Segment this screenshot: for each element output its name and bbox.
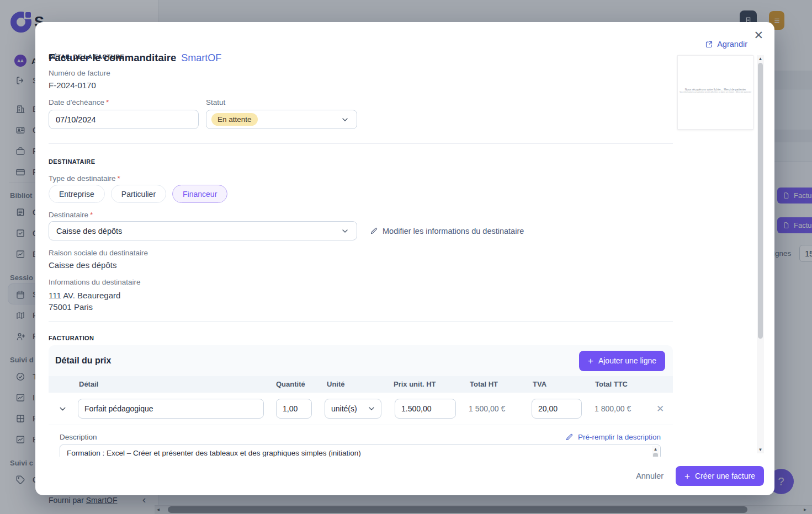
delete-line-icon[interactable]: ✕ <box>656 403 664 415</box>
enlarge-link[interactable]: Agrandir <box>705 40 747 49</box>
pill-entreprise[interactable]: Entreprise <box>49 185 105 203</box>
textarea-scrollbar[interactable]: ▲ <box>652 446 659 457</box>
recipient-type-label: Type de destinataire <box>49 174 116 183</box>
required-mark: * <box>90 211 93 219</box>
invoice-preview-thumbnail[interactable]: Nous récupérons votre fichier... Merci d… <box>677 55 753 130</box>
invoice-number-label: Numéro de facture <box>49 68 673 78</box>
plus-icon: + <box>588 356 593 366</box>
line-tva-input[interactable] <box>532 399 582 419</box>
col-total-ttc: Total TTC <box>595 380 628 388</box>
recipient-type-group: Entreprise Particulier Financeur <box>49 185 673 203</box>
invoice-number-value: F-2024-0170 <box>49 80 673 90</box>
address-line-1: 111 AV. Beauregard <box>49 290 673 301</box>
due-date-input[interactable] <box>49 110 199 129</box>
status-badge: En attente <box>211 113 258 126</box>
col-tva: TVA <box>533 380 546 388</box>
line-unit-price-input[interactable] <box>395 399 456 419</box>
section-divider <box>49 321 673 322</box>
add-line-button[interactable]: + Ajouter une ligne <box>579 351 665 371</box>
plus-icon: + <box>684 472 690 481</box>
edit-recipient-link[interactable]: Modifier les informations du destinatair… <box>370 227 524 235</box>
scroll-up-arrow[interactable]: ▲ <box>757 56 764 61</box>
due-date-label: Date d'échéance <box>49 98 104 106</box>
table-row: unité(s) 1 500,00 € 1 800,00 € ✕ <box>49 393 673 425</box>
expand-icon <box>705 40 713 49</box>
status-label: Statut <box>206 98 357 107</box>
address-line-2: 75001 Paris <box>49 301 673 313</box>
modal-vertical-scrollbar[interactable]: ▲ ▼ <box>757 55 764 453</box>
scroll-up-arrow[interactable]: ▲ <box>652 447 659 452</box>
status-field: Statut En attente <box>206 98 357 129</box>
line-quantity-input[interactable] <box>276 399 312 419</box>
required-mark: * <box>118 174 120 183</box>
chevron-down-icon <box>341 227 349 235</box>
line-total-ht: 1 500,00 € <box>469 404 505 413</box>
col-unite: Unité <box>327 380 345 388</box>
recipient-select[interactable]: Caisse des dépôts <box>49 221 357 240</box>
line-unit-select[interactable]: unité(s) <box>325 399 381 419</box>
col-total-ht: Total HT <box>470 380 498 388</box>
line-detail-input[interactable] <box>78 399 264 419</box>
due-date-field: Date d'échéance* <box>49 98 199 129</box>
status-select[interactable]: En attente <box>206 110 357 129</box>
modal-body: DÉTAIL DE LA FACTURE Numéro de facture F… <box>35 50 774 457</box>
col-prix-unit-ht: Prix unit. HT <box>394 380 436 388</box>
scrollbar-thumb[interactable] <box>758 63 763 339</box>
chevron-down-icon <box>341 115 349 124</box>
invoice-modal: Facturer le commanditaire SmartOF ✕ Agra… <box>35 22 774 495</box>
chevron-down-icon <box>367 404 376 413</box>
modal-footer: Annuler + Créer une facture <box>35 457 774 495</box>
card-title: Détail du prix <box>55 356 111 366</box>
price-detail-card: Détail du prix + Ajouter une ligne Détai… <box>49 345 673 457</box>
col-quantite: Quantité <box>276 380 305 388</box>
section-recipient: DESTINATAIRE <box>49 158 673 165</box>
company-name-label: Raison sociale du destinataire <box>49 248 673 258</box>
section-invoice-detail: DÉTAIL DE LA FACTURE <box>49 53 673 61</box>
close-icon[interactable]: ✕ <box>753 29 763 41</box>
pencil-icon <box>370 227 378 235</box>
pill-financeur[interactable]: Financeur <box>172 185 227 203</box>
description-textarea[interactable]: Formation : Excel – Créer et présenter d… <box>60 445 661 457</box>
table-header: Détail Quantité Unité Prix unit. HT Tota… <box>49 376 673 393</box>
recipient-info-label: Informations du destinataire <box>49 277 673 287</box>
pill-particulier[interactable]: Particulier <box>111 185 166 203</box>
section-divider <box>49 143 673 144</box>
required-mark: * <box>106 98 109 106</box>
section-billing: FACTURATION <box>49 335 673 342</box>
row-expand-chevron-icon[interactable] <box>58 404 67 414</box>
company-name-value: Caisse des dépôts <box>49 260 673 270</box>
prefill-description-link[interactable]: Pré-remplir la description <box>565 433 661 441</box>
cancel-button[interactable]: Annuler <box>636 472 664 480</box>
col-detail: Détail <box>79 380 98 388</box>
scroll-down-arrow[interactable]: ▼ <box>757 447 764 452</box>
app-window: S AA Ac Se En Co Fo Fi Bibliot C <box>0 0 812 514</box>
recipient-label: Destinataire <box>49 211 88 219</box>
description-section: Description Pré-remplir la description F… <box>49 425 673 457</box>
line-total-ttc: 1 800,00 € <box>595 404 631 413</box>
pencil-icon <box>565 433 574 441</box>
create-invoice-button[interactable]: + Créer une facture <box>676 466 764 486</box>
description-label: Description <box>60 433 97 441</box>
